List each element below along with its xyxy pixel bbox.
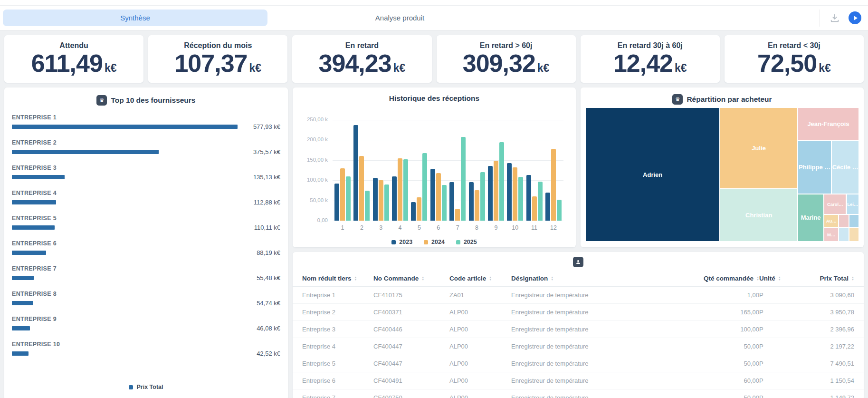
column-header[interactable]: Unité ▲▼ <box>759 275 797 282</box>
top10-legend[interactable]: Prix Total <box>4 384 288 390</box>
column-header[interactable]: Nom réduit tiers ▲▼ <box>302 275 373 282</box>
table-row[interactable]: Entreprise 5CF400447ALP00Enregistreur de… <box>293 355 864 372</box>
legend-item[interactable]: 2023 <box>391 239 412 245</box>
supplier-bar-track <box>12 301 238 305</box>
column-label: Unité <box>759 275 775 282</box>
bar-2025[interactable] <box>422 153 427 221</box>
supplier-bar[interactable] <box>12 326 30 330</box>
supplier-bar[interactable] <box>12 301 33 305</box>
bar-2023[interactable] <box>507 163 512 221</box>
treemap-cell-m[interactable]: M… <box>824 227 839 242</box>
treemap-cell-adrien[interactable]: Adrien <box>585 107 720 242</box>
bar-2025[interactable] <box>403 159 408 221</box>
bar-2024[interactable] <box>340 168 345 221</box>
bar-2024[interactable] <box>455 209 460 221</box>
legend-item[interactable]: 2025 <box>456 239 477 245</box>
orders-table-panel: Nom réduit tiers ▲▼ No Commande ▲▼ Code … <box>293 252 864 398</box>
column-label: Prix Total <box>820 275 849 282</box>
treemap-cell-christian[interactable]: Christian <box>720 189 798 242</box>
bar-2023[interactable] <box>449 182 454 221</box>
treemap-cell-jean-fran-ois[interactable]: Jean-François <box>798 107 859 140</box>
supplier-bar[interactable] <box>12 175 65 179</box>
treemap-cell-lei[interactable]: Lei… <box>847 194 859 214</box>
bar-2025[interactable] <box>346 176 351 221</box>
crown-icon[interactable]: ♛ <box>96 95 107 106</box>
tab-analyse-produit[interactable]: Analyse produit <box>267 10 532 26</box>
bar-2023[interactable] <box>545 193 550 221</box>
legend-item[interactable]: 2024 <box>424 239 445 245</box>
supplier-bar[interactable] <box>12 200 56 204</box>
table-cell: Enregistreur de température <box>511 291 683 299</box>
table-cell: P <box>759 377 797 384</box>
tab-synthese[interactable]: Synthèse <box>3 10 267 26</box>
treemap-cell[interactable] <box>849 214 859 228</box>
supplier-bar[interactable] <box>12 276 34 280</box>
gridline <box>333 221 563 221</box>
kpi-label: En retard 30j à 60j <box>581 41 720 50</box>
treemap-cell[interactable] <box>849 227 859 242</box>
column-header[interactable]: Prix Total ▲▼ <box>797 275 854 282</box>
bar-2024[interactable] <box>513 167 517 221</box>
column-header[interactable]: No Commande ▲▼ <box>373 275 449 282</box>
treemap-cell-au[interactable]: Au… <box>824 214 839 228</box>
supplier-bar[interactable] <box>12 150 159 154</box>
bar-2024[interactable] <box>494 161 498 221</box>
bar-2023[interactable] <box>469 182 474 221</box>
legend-label: 2024 <box>431 239 445 245</box>
bar-2025[interactable] <box>518 177 523 221</box>
bar-2024[interactable] <box>359 156 364 221</box>
crown-icon[interactable]: ♛ <box>672 94 683 105</box>
bar-2023[interactable] <box>392 176 397 221</box>
bar-2024[interactable] <box>436 173 441 221</box>
column-header[interactable]: Code article ▲▼ <box>449 275 511 282</box>
treemap-cell-julie[interactable]: Julie <box>720 107 798 189</box>
table-row[interactable]: Entreprise 1CF410175ZA01Enregistreur de … <box>293 287 864 304</box>
bar-2024[interactable] <box>532 196 537 221</box>
table-row[interactable]: Entreprise 6CF400491ALP00Enregistreur de… <box>293 372 864 389</box>
bar-2025[interactable] <box>557 200 562 221</box>
treemap-cell-carol[interactable]: Carol… <box>824 194 846 214</box>
column-header[interactable]: Qté commandée ▲▼ <box>683 275 759 282</box>
supplier-bar[interactable] <box>12 251 46 255</box>
treemap-cell[interactable] <box>839 214 849 228</box>
bar-2025[interactable] <box>461 137 466 221</box>
kpi-value-row: 107,37 k€ <box>148 51 287 76</box>
table-row[interactable]: Entreprise 2CF400371ALP00Enregistreur de… <box>293 304 864 321</box>
supplier-bar[interactable] <box>12 225 55 230</box>
bar-2023[interactable] <box>430 169 435 221</box>
treemap-cell-marine[interactable]: Marine <box>798 194 824 242</box>
bar-2025[interactable] <box>384 184 389 221</box>
bar-2023[interactable] <box>334 184 339 221</box>
supplier-name: ENTREPRISE 8 <box>12 291 280 297</box>
treemap-cell[interactable] <box>839 227 849 242</box>
bar-2024[interactable] <box>551 149 556 221</box>
bar-2025[interactable] <box>442 185 447 221</box>
supplier-bar[interactable] <box>12 125 238 129</box>
supplier-bar-line: 55,48 k€ <box>12 274 280 282</box>
supplier-bar[interactable] <box>12 351 29 356</box>
table-row[interactable]: Entreprise 7CF400750ALP00Enregistreur de… <box>293 389 864 398</box>
bar-2025[interactable] <box>499 142 504 221</box>
bar-2025[interactable] <box>538 182 543 221</box>
treemap-cell-philippe[interactable]: Philippe … <box>798 140 831 194</box>
play-button[interactable] <box>849 11 861 24</box>
table-cell: 3 090,60 <box>797 291 854 299</box>
table-row[interactable]: Entreprise 3CF400446ALP00Enregistreur de… <box>293 321 864 338</box>
treemap-cell-c-cile[interactable]: Cécile … <box>831 140 859 194</box>
bar-2024[interactable] <box>379 180 383 221</box>
bar-2025[interactable] <box>480 172 485 221</box>
insight-button[interactable] <box>573 257 583 267</box>
table-row[interactable]: Entreprise 4CF400447ALP00Enregistreur de… <box>293 338 864 355</box>
bar-2023[interactable] <box>411 202 416 221</box>
bar-2024[interactable] <box>398 158 402 221</box>
download-button[interactable] <box>830 13 840 23</box>
supplier-value: 577,93 k€ <box>242 123 280 130</box>
bar-2023[interactable] <box>526 175 531 221</box>
bar-2023[interactable] <box>353 125 358 221</box>
bar-2024[interactable] <box>475 190 479 221</box>
column-header[interactable]: Désignation ▲▼ <box>511 275 683 282</box>
bar-2024[interactable] <box>417 197 421 221</box>
bar-2023[interactable] <box>373 178 378 221</box>
bar-2025[interactable] <box>365 191 370 221</box>
bar-2023[interactable] <box>488 166 493 221</box>
